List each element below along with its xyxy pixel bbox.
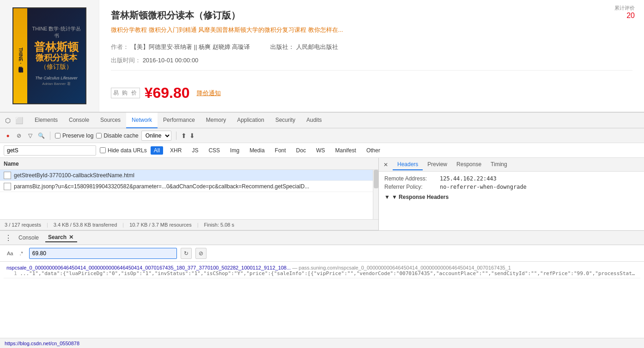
search-input[interactable] [29,248,177,259]
request-list: Name getStreetById-3770100-callbackStree… [0,158,379,230]
devtools-panel: ⬡ ⬜ Elements Console Sources Network Per… [0,112,644,348]
stop-button[interactable]: ⊘ [15,132,23,140]
transferred-size: 3.4 KB / 53.8 KB transferred [54,222,117,228]
filter-type-js[interactable]: JS [188,146,201,155]
tab-elements[interactable]: Elements [29,113,63,128]
filter-type-all[interactable]: All [151,146,163,155]
details-tab-response[interactable]: Response [452,159,486,170]
search-results: nspcsale_0_000000000646450414_0000000000… [0,262,644,338]
details-close-button[interactable]: ✕ [381,160,390,169]
tab-application[interactable]: Application [231,113,270,128]
filter-type-font[interactable]: Font [272,146,289,155]
network-main: Name getStreetById-3770100-callbackStree… [0,158,644,230]
request-rows: getStreetById-3770100-callbackStreetName… [0,170,378,219]
bottom-tab-console[interactable]: Console [16,234,42,242]
tab-sources[interactable]: Sources [95,113,126,128]
filter-type-xhr[interactable]: XHR [167,146,185,155]
record-button[interactable]: ● [4,132,12,140]
disable-cache-text: Disable cache [103,132,138,139]
section-arrow: ▼ [384,194,390,200]
book-description: 微积分学教程 微积分入门到精通 风靡美国普林斯顿大学的微积分复习课程 教你怎样在… [111,25,632,35]
result-line-num: 1 [14,270,17,276]
result-url-text: nspcsale_0_000000000646450414_0000000000… [6,265,291,270]
filter-type-other[interactable]: Other [363,146,383,155]
scrollbar-thumb[interactable] [374,170,378,188]
details-tab-bar: ✕ Headers Preview Response Timing [379,158,644,172]
table-row[interactable]: getStreetById-3770100-callbackStreetName… [0,170,378,181]
filter-button[interactable]: ▽ [26,132,34,140]
book-cover-main: THINE 数学·统计学丛书 普林斯顿 微积分读本 （修订版） The Calc… [27,23,85,89]
cumulative-review: 累计评价 20 [614,5,635,20]
book-meta-author: 作者： 【美】阿德里安·班纳著 || 杨爽 赵晓嫜 高璇译 出版社： 人民邮电出… [111,42,632,52]
search-clear-button[interactable]: ⊘ [195,248,207,259]
network-status-bar: 3 / 127 requests | 3.4 KB / 53.8 KB tran… [0,219,378,230]
cursor-icon[interactable]: ⬡ [2,115,13,126]
result-line: 1 ..."1","data":{"luaPiriceDg":"0","isOp… [6,270,638,276]
disable-cache-label[interactable]: Disable cache [96,132,138,139]
bottom-tab-dots[interactable]: ⋮ [5,234,12,242]
hide-data-urls-label[interactable]: Hide data URLs [100,147,147,154]
regex-button[interactable]: .* [17,249,25,258]
response-headers-label: ▼ Response Headers [392,194,449,200]
response-headers-section[interactable]: ▼ ▼ Response Headers [384,194,638,200]
hide-data-urls-checkbox[interactable] [100,147,106,153]
referrer-policy-label: Referrer Policy: [384,184,440,190]
price-area: 易 购 价 ¥69.80 降价通知 [111,80,632,106]
list-item[interactable]: nspcsale_0_000000000646450414_0000000000… [4,264,640,278]
filter-type-manifest[interactable]: Manifest [332,146,359,155]
upload-button[interactable]: ⬆ [181,132,187,139]
referrer-policy-value: no-referrer-when-downgrade [440,184,527,190]
case-sensitive-button[interactable]: Aa [5,249,15,258]
result-url: nspcsale_0_000000000646450414_0000000000… [6,265,638,270]
search-button[interactable]: 🔍 [37,132,45,140]
cover-en-title: The Calculus Lifesaver [30,76,83,80]
devtools-tab-bar: ⬡ ⬜ Elements Console Sources Network Per… [0,113,644,128]
hide-data-urls-text: Hide data URLs [108,147,147,154]
throttling-select[interactable]: Online [141,131,171,141]
filter-type-ws[interactable]: WS [313,146,328,155]
details-tab-preview[interactable]: Preview [423,159,452,170]
search-tab-close[interactable]: ✕ [68,234,74,240]
request-list-header: Name [0,158,378,170]
price-value: ¥69.80 [145,84,190,102]
download-button[interactable]: ⬇ [189,132,195,139]
tab-audits[interactable]: Audits [301,113,327,128]
details-content: Remote Address: 125.44.162.22:443 Referr… [379,172,644,230]
device-icon[interactable]: ⬜ [13,115,24,126]
filter-type-media[interactable]: Media [246,146,268,155]
filter-type-doc[interactable]: Doc [293,146,309,155]
filter-input[interactable] [4,145,96,156]
table-row[interactable]: paramsBiz.jsonp?u=&c=158098199043320582&… [0,181,378,192]
request-icon-2 [4,183,11,190]
status-divider3: | [197,222,199,228]
details-tab-headers[interactable]: Headers [393,159,423,170]
preserve-log-checkbox[interactable] [55,133,61,138]
publisher-value: 人民邮电出版社 [296,43,338,50]
remote-address-row: Remote Address: 125.44.162.22:443 [384,175,638,182]
tab-security[interactable]: Security [270,113,301,128]
tab-network[interactable]: Network [126,113,158,128]
webpage-area: THINE 数学·统计学丛书 THINE 数学·统计学丛书 普林斯顿 微积分读本… [0,0,644,112]
referrer-policy-row: Referrer Policy: no-referrer-when-downgr… [384,184,638,190]
status-divider2: | [122,222,124,228]
details-panel: ✕ Headers Preview Response Timing Remote… [379,158,644,230]
bottom-tab-search[interactable]: Search ✕ [45,233,77,242]
tab-memory[interactable]: Memory [200,113,231,128]
preserve-log-text: Preserve log [62,132,93,139]
search-refresh-button[interactable]: ↻ [181,248,192,259]
filter-type-img[interactable]: Img [227,146,243,155]
toolbar-divider [50,132,50,140]
status-divider1: | [47,222,48,228]
price-label: 易 购 价 [111,88,140,98]
filter-type-css[interactable]: CSS [205,146,223,155]
author-label: 作者： [111,43,129,50]
price-notify-link[interactable]: 降价通知 [197,89,221,97]
preserve-log-label[interactable]: Preserve log [55,132,93,139]
disable-cache-checkbox[interactable] [96,133,102,138]
network-toolbar: ● ⊘ ▽ 🔍 Preserve log Disable cache Onlin… [0,128,644,143]
details-tab-timing[interactable]: Timing [486,159,512,170]
spine-text: THINE 数学·统计学丛书 [17,48,24,64]
tab-console[interactable]: Console [63,113,95,128]
cover-title-cn: 普林斯顿 [30,41,83,53]
tab-performance[interactable]: Performance [158,113,200,128]
